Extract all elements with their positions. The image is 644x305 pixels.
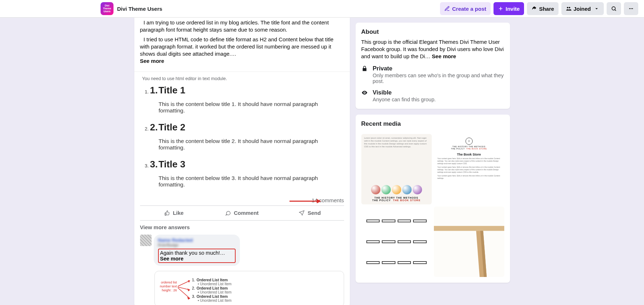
- comment-see-more[interactable]: See more: [160, 256, 184, 262]
- media-thumbnail[interactable]: ✧ THE HISTORY THE METHODSTHE POLICY THE …: [434, 134, 504, 204]
- share-icon: [531, 6, 537, 11]
- list-item: 2.Title 2 This is the content below titl…: [150, 122, 342, 151]
- dots-icon: [628, 6, 634, 11]
- about-card: About This group is the official Elegant…: [356, 23, 510, 109]
- svg-point-5: [632, 8, 633, 9]
- commenter-name[interactable]: Name Redacted: [158, 237, 236, 243]
- svg-point-1: [569, 7, 570, 8]
- share-button[interactable]: Share: [527, 2, 559, 15]
- about-private: Private Only members can see who's in th…: [361, 65, 504, 84]
- svg-marker-11: [187, 288, 190, 291]
- comment-text-highlight: Again thank you so much!… See more: [158, 249, 236, 263]
- comment-button[interactable]: Comment: [208, 206, 276, 220]
- comment-icon: [225, 210, 231, 216]
- main-column: I am trying to use ordered list in my bl…: [134, 18, 350, 305]
- diagram-list: 1.Ordered List Item • Unordered List Ite…: [192, 278, 339, 302]
- diagram-arrows: [177, 279, 191, 304]
- list-item: 3.Title 3 This is the content below titl…: [150, 159, 342, 188]
- comment-bubble: Name Redacted Role/Badge Again thank you…: [154, 235, 240, 266]
- like-button[interactable]: Like: [140, 206, 208, 220]
- joined-button[interactable]: Joined: [561, 2, 604, 15]
- search-button[interactable]: [607, 2, 621, 15]
- annotation-arrow: [289, 199, 321, 204]
- comment-attachment[interactable]: ordered list number text height : 26 1.O…: [154, 271, 344, 305]
- about-description: This group is the official Elegant Theme…: [361, 38, 504, 60]
- invite-button[interactable]: Invite: [494, 2, 524, 15]
- about-see-more[interactable]: See more: [432, 53, 456, 59]
- svg-marker-7: [317, 199, 321, 203]
- group-avatar[interactable]: Divi Theme Users: [101, 2, 113, 15]
- post-see-more[interactable]: See more: [140, 58, 165, 64]
- commenter-avatar[interactable]: [140, 235, 152, 246]
- action-bar: Like Comment Send: [140, 205, 344, 221]
- eye-icon: [361, 89, 369, 102]
- lock-icon: [361, 65, 369, 84]
- diagram-label: ordered list number text height : 26: [159, 281, 177, 292]
- create-post-button[interactable]: Create a post: [440, 2, 491, 15]
- post-attachment: You need to use html editor in text modu…: [134, 72, 350, 194]
- topbar-actions: Create a post Invite Share Joined: [440, 2, 638, 15]
- plus-icon: [498, 6, 504, 11]
- group-icon: [566, 6, 571, 11]
- commenter-badge: Role/Badge: [158, 243, 236, 247]
- list-item: 1.Title 1 This is the content below titl…: [150, 85, 342, 114]
- send-icon: [299, 210, 305, 216]
- media-thumbnail[interactable]: Lorem ipsum dolor sit amet, consectetur …: [361, 134, 432, 204]
- compose-icon: [444, 6, 450, 11]
- svg-point-4: [631, 8, 632, 9]
- comment-row: Name Redacted Role/Badge Again thank you…: [134, 232, 350, 270]
- about-visible: Visible Anyone can find this group.: [361, 89, 504, 102]
- comment-count-row: 14 comments: [134, 194, 350, 205]
- group-title[interactable]: Divi Theme Users: [117, 6, 162, 12]
- more-button[interactable]: [624, 2, 638, 15]
- media-grid: Lorem ipsum dolor sit amet, consectetur …: [356, 134, 510, 283]
- top-bar: Divi Theme Users Divi Theme Users Create…: [0, 0, 644, 18]
- svg-point-3: [629, 8, 630, 9]
- search-icon: [611, 6, 617, 11]
- page: I am trying to use ordered list in my bl…: [0, 0, 644, 305]
- attachment-list: 1.Title 1 This is the content below titl…: [142, 85, 342, 188]
- topbar-left: Divi Theme Users Divi Theme Users: [101, 2, 162, 15]
- view-more-answers[interactable]: View more answers: [134, 221, 350, 232]
- post-body: I am trying to use ordered list in my bl…: [134, 18, 350, 72]
- post-paragraph-1: I am trying to use ordered list in my bl…: [140, 19, 344, 34]
- recent-media-heading: Recent media: [361, 120, 504, 128]
- chevron-down-icon: [594, 6, 599, 11]
- recent-media-card: Recent media Lorem ipsum dolor sit amet,…: [356, 115, 510, 283]
- svg-point-2: [612, 7, 615, 10]
- attachment-note: You need to use html editor in text modu…: [142, 76, 342, 81]
- post-card: I am trying to use ordered list in my bl…: [134, 18, 350, 305]
- like-icon: [164, 210, 170, 216]
- svg-point-0: [567, 7, 568, 8]
- svg-rect-14: [434, 226, 504, 231]
- send-button[interactable]: Send: [276, 206, 344, 220]
- side-column: About This group is the official Elegant…: [356, 23, 510, 305]
- about-heading: About: [361, 28, 504, 36]
- media-thumbnail[interactable]: [434, 207, 504, 277]
- media-thumbnail[interactable]: [361, 207, 432, 277]
- svg-line-8: [178, 281, 190, 286]
- post-paragraph-2: I tried to use HTML code to define title…: [140, 36, 344, 65]
